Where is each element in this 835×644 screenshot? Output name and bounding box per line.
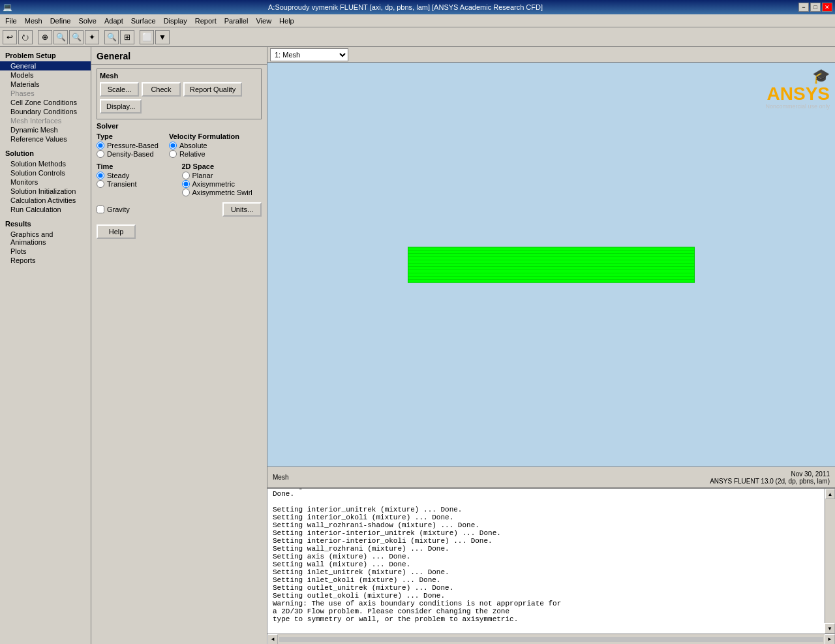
- scroll-down-btn[interactable]: ▼: [825, 623, 835, 634]
- axisymmetric-swirl-label: Axisymmetric Swirl: [192, 189, 252, 196]
- density-based-radio[interactable]: [97, 150, 104, 158]
- sidebar-item-sol-controls[interactable]: Solution Controls: [0, 168, 91, 177]
- menu-item-adapt[interactable]: Adapt: [100, 16, 127, 26]
- time-label: Time: [97, 162, 177, 170]
- ansys-hat-icon: 🎓: [812, 68, 830, 85]
- sidebar-item-dynamic-mesh[interactable]: Dynamic Mesh: [0, 125, 91, 134]
- menu-item-help[interactable]: Help: [275, 16, 298, 26]
- viewport-dropdown[interactable]: 1: Mesh: [270, 48, 348, 61]
- scale-button[interactable]: Scale...: [100, 82, 139, 97]
- mesh-visualization: [408, 247, 695, 283]
- solver-type-col: Type Pressure-Based Density-Based: [97, 132, 159, 159]
- general-panel: General Mesh Scale... Check Report Quali…: [91, 47, 267, 644]
- relative-label: Relative: [179, 150, 205, 158]
- report-quality-button[interactable]: Report Quality: [183, 82, 242, 97]
- toolbar-btn-3[interactable]: ⊕: [38, 30, 52, 44]
- problem-setup-label: Problem Setup: [0, 50, 91, 61]
- steady-row: Steady: [97, 172, 177, 179]
- menu-item-mesh[interactable]: Mesh: [21, 16, 46, 26]
- window-controls: − □ ✕: [798, 3, 832, 12]
- axisymmetric-radio[interactable]: [182, 180, 190, 188]
- console-scrollbar[interactable]: ▲ ▼: [825, 489, 835, 634]
- viewport-toolbar: 1: Mesh: [267, 47, 835, 63]
- sidebar-item-sol-init[interactable]: Solution Initialization: [0, 187, 91, 196]
- menu-item-view[interactable]: View: [252, 16, 275, 26]
- units-button[interactable]: Units...: [222, 202, 262, 217]
- toolbar-btn-10[interactable]: ▼: [155, 30, 170, 44]
- menu-item-parallel[interactable]: Parallel: [220, 16, 252, 26]
- sidebar-item-mesh-interfaces[interactable]: Mesh Interfaces: [0, 116, 91, 125]
- toolbar-btn-2[interactable]: ⭮: [18, 30, 33, 44]
- maximize-button[interactable]: □: [810, 3, 821, 12]
- hscroll-right-btn[interactable]: ►: [825, 634, 835, 645]
- help-btn-row: Help: [97, 224, 262, 239]
- ansys-logo-text: ANSYS: [767, 85, 830, 103]
- transient-radio[interactable]: [97, 180, 104, 188]
- minimize-button[interactable]: −: [798, 3, 809, 12]
- toolbar: ↩ ⭮ ⊕ 🔍 🔍 ✦ 🔍 ⊞ ⬜ ▼: [0, 27, 835, 47]
- mesh-lines: [408, 247, 694, 282]
- axisymmetric-label: Axisymmetric: [192, 180, 235, 188]
- sidebar-item-calc-activities[interactable]: Calculation Activities: [0, 196, 91, 205]
- space-col: 2D Space Planar Axisymmetric Axisymmetri…: [182, 162, 262, 197]
- sidebar-item-phases[interactable]: Phases: [0, 89, 91, 98]
- hscroll-left-btn[interactable]: ◄: [267, 634, 278, 645]
- relative-radio[interactable]: [169, 150, 177, 158]
- type-label: Type: [97, 132, 159, 140]
- gravity-checkbox[interactable]: [97, 206, 104, 213]
- solver-section: Solver Type Pressure-Based Density-Based…: [97, 122, 262, 159]
- titlebar: 💻 A:Souproudy vymenik FLUENT [axi, dp, p…: [0, 0, 835, 14]
- toolbar-btn-7[interactable]: 🔍: [104, 30, 119, 44]
- planar-radio[interactable]: [182, 172, 190, 179]
- pressure-based-radio[interactable]: [97, 142, 104, 149]
- display-button[interactable]: Display...: [100, 99, 142, 114]
- sidebar-item-cell-zone[interactable]: Cell Zone Conditions: [0, 98, 91, 107]
- density-based-row: Density-Based: [97, 150, 159, 158]
- sidebar-item-reference-values[interactable]: Reference Values: [0, 134, 91, 144]
- viewport-footer-version: ANSYS FLUENT 13.0 (2d, dp, pbns, lam): [710, 478, 830, 485]
- toolbar-btn-8[interactable]: ⊞: [120, 30, 134, 44]
- gravity-label: Gravity: [107, 206, 130, 213]
- toolbar-btn-4[interactable]: 🔍: [53, 30, 68, 44]
- toolbar-btn-6[interactable]: ✦: [85, 30, 99, 44]
- planar-label: Planar: [192, 172, 213, 179]
- sidebar-item-materials[interactable]: Materials: [0, 80, 91, 89]
- solver-title: Solver: [97, 122, 262, 130]
- menu-item-display[interactable]: Display: [160, 16, 191, 26]
- sidebar-item-run-calc[interactable]: Run Calculation: [0, 205, 91, 214]
- scroll-up-btn[interactable]: ▲: [825, 489, 835, 499]
- absolute-radio[interactable]: [169, 142, 177, 149]
- axisymmetric-swirl-radio[interactable]: [182, 189, 190, 196]
- sidebar-item-models[interactable]: Models: [0, 70, 91, 80]
- sidebar-item-sol-methods[interactable]: Solution Methods: [0, 159, 91, 168]
- sidebar: Problem Setup General Models Materials P…: [0, 47, 91, 644]
- sidebar-item-reports[interactable]: Reports: [0, 256, 91, 265]
- sidebar-item-general[interactable]: General: [0, 61, 91, 70]
- time-space-section: Time Steady Transient 2D Space Planar: [97, 162, 262, 197]
- menu-item-solve[interactable]: Solve: [74, 16, 100, 26]
- close-button[interactable]: ✕: [822, 3, 832, 12]
- mesh-section: Mesh Scale... Check Report Quality Displ…: [97, 69, 262, 119]
- check-button[interactable]: Check: [142, 82, 181, 97]
- menu-item-file[interactable]: File: [1, 16, 21, 26]
- menu-item-report[interactable]: Report: [191, 16, 220, 26]
- console-content[interactable]: Setting zone id of inlet_okoli to 11. Se…: [267, 489, 825, 634]
- panel-title: General: [91, 47, 267, 65]
- planar-row: Planar: [182, 172, 262, 179]
- menu-item-surface[interactable]: Surface: [127, 16, 160, 26]
- toolbar-btn-1[interactable]: ↩: [3, 30, 17, 44]
- help-button[interactable]: Help: [97, 224, 136, 239]
- solver-columns: Type Pressure-Based Density-Based Veloci…: [97, 132, 262, 159]
- main-layout: Problem Setup General Models Materials P…: [0, 47, 835, 644]
- steady-radio[interactable]: [97, 172, 104, 179]
- toolbar-btn-5[interactable]: 🔍: [69, 30, 84, 44]
- absolute-label: Absolute: [179, 142, 207, 149]
- time-col: Time Steady Transient: [97, 162, 177, 197]
- toolbar-btn-9[interactable]: ⬜: [140, 30, 154, 44]
- titlebar-icon: 💻: [3, 3, 12, 12]
- sidebar-item-monitors[interactable]: Monitors: [0, 177, 91, 187]
- menu-item-define[interactable]: Define: [46, 16, 75, 26]
- sidebar-item-plots[interactable]: Plots: [0, 247, 91, 256]
- sidebar-item-graphics[interactable]: Graphics and Animations: [0, 230, 91, 247]
- sidebar-item-boundary[interactable]: Boundary Conditions: [0, 107, 91, 116]
